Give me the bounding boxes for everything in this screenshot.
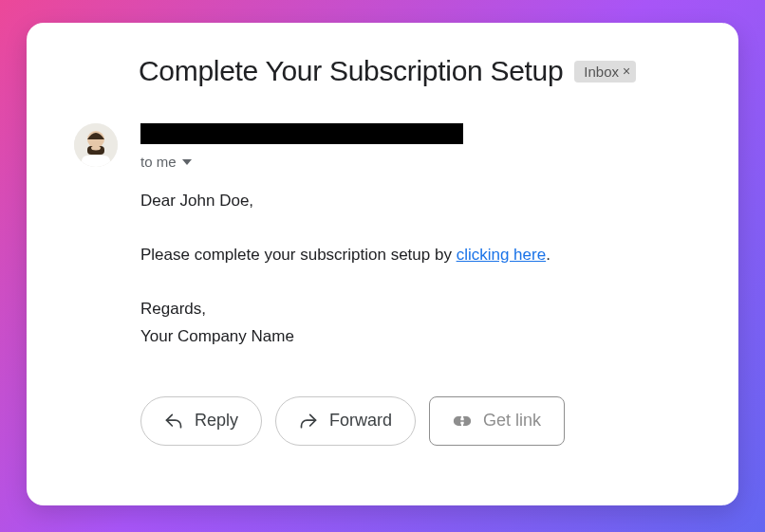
recipient-dropdown[interactable]: to me	[140, 154, 192, 170]
get-link-button[interactable]: Get link	[429, 396, 565, 446]
body-signoff2: Your Company Name	[140, 323, 691, 351]
action-bar: Reply Forward Get link	[140, 396, 691, 446]
get-link-label: Get link	[483, 411, 541, 431]
body-signoff1: Regards,	[140, 296, 691, 323]
body-line1-post: .	[546, 246, 550, 264]
subscription-link[interactable]: clicking here	[457, 246, 547, 264]
label-remove-icon[interactable]: ×	[623, 64, 630, 79]
forward-label: Forward	[329, 411, 392, 431]
label-chip[interactable]: Inbox ×	[574, 61, 636, 83]
email-card: Complete Your Subscription Setup Inbox ×…	[27, 23, 738, 505]
reply-icon	[164, 412, 183, 431]
subject-row: Complete Your Subscription Setup Inbox ×	[139, 55, 691, 87]
body-line1-pre: Please complete your subscription setup …	[140, 246, 457, 264]
link-icon	[453, 412, 472, 431]
email-body: Dear John Doe, Please complete your subs…	[140, 188, 691, 351]
body-greeting: Dear John Doe,	[140, 188, 691, 215]
reply-label: Reply	[195, 411, 238, 431]
forward-icon	[299, 412, 318, 431]
label-text: Inbox	[584, 64, 619, 80]
meta-row: to me	[74, 123, 691, 171]
sender-avatar[interactable]	[74, 123, 118, 167]
email-subject: Complete Your Subscription Setup	[139, 55, 563, 87]
reply-button[interactable]: Reply	[140, 396, 262, 446]
chevron-down-icon	[182, 159, 192, 165]
meta-column: to me	[140, 123, 691, 171]
body-line1: Please complete your subscription setup …	[140, 242, 691, 269]
recipient-text: to me	[140, 154, 177, 170]
svg-point-3	[91, 146, 101, 151]
sender-name-redacted	[140, 123, 463, 144]
svg-rect-4	[82, 156, 110, 167]
forward-button[interactable]: Forward	[275, 396, 416, 446]
